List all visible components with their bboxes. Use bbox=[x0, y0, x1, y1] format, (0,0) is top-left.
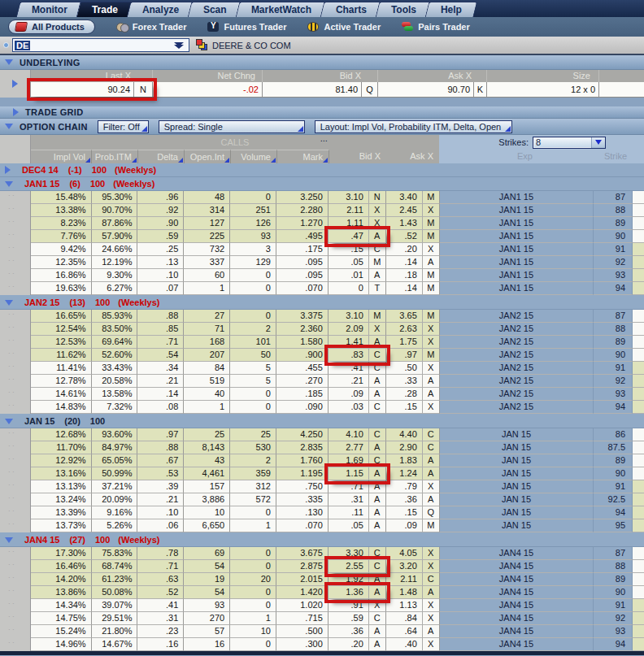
bid-cell-highlighted[interactable]: .47A bbox=[329, 230, 386, 243]
underlying-row-expander[interactable] bbox=[0, 70, 31, 98]
symbol-dropdown-chevron-icon[interactable] bbox=[170, 39, 188, 51]
strikes-dropdown[interactable]: 8 bbox=[533, 137, 606, 149]
futures-trader-button[interactable]: Futures Trader bbox=[207, 22, 286, 32]
expiration-group-jan215[interactable]: JAN2 15(13)100(Weeklys) bbox=[0, 296, 644, 310]
row-drag-handle[interactable] bbox=[0, 493, 31, 506]
tab-tools[interactable]: Tools bbox=[376, 2, 433, 17]
tab-charts[interactable]: Charts bbox=[320, 2, 383, 17]
row-drag-handle[interactable] bbox=[0, 336, 31, 349]
collapse-group-icon[interactable] bbox=[5, 537, 13, 543]
collapse-group-icon[interactable] bbox=[5, 419, 13, 424]
underlying-ask[interactable]: 90.70 bbox=[378, 82, 474, 97]
bid-cell[interactable]: 1.69C bbox=[329, 454, 386, 467]
col-header-mark[interactable]: Mark bbox=[277, 150, 329, 163]
ask-cell[interactable]: 1.48A bbox=[386, 586, 440, 599]
tab-marketwatch[interactable]: MarketWatch bbox=[236, 2, 328, 17]
expand-trade-grid-icon[interactable] bbox=[13, 108, 19, 116]
filter-dropdown-button[interactable]: Filter: Off bbox=[98, 120, 149, 133]
bid-cell-highlighted[interactable]: 1.15A bbox=[329, 467, 386, 480]
bid-cell-highlighted[interactable]: .83C bbox=[329, 349, 386, 362]
bid-cell[interactable]: 3.30C bbox=[329, 547, 386, 560]
ask-cell[interactable]: .33A bbox=[386, 375, 440, 388]
row-drag-handle[interactable] bbox=[0, 428, 31, 441]
bid-cell[interactable]: .31A bbox=[329, 493, 386, 506]
row-drag-handle[interactable] bbox=[0, 480, 31, 493]
row-drag-handle[interactable] bbox=[0, 230, 31, 243]
row-drag-handle[interactable] bbox=[0, 388, 31, 401]
row-drag-handle[interactable] bbox=[0, 362, 31, 375]
ask-cell[interactable]: .97M bbox=[386, 349, 440, 362]
ask-cell[interactable]: .40X bbox=[386, 638, 440, 651]
forex-trader-button[interactable]: Forex Trader bbox=[116, 22, 187, 32]
col-header-volume[interactable]: Volume bbox=[231, 150, 277, 163]
bid-cell[interactable]: .36A bbox=[329, 625, 386, 638]
ask-cell[interactable]: .15Q bbox=[386, 506, 440, 519]
col-header-open-int[interactable]: Open.Int bbox=[185, 150, 231, 163]
collapse-group-icon[interactable] bbox=[5, 300, 13, 306]
ask-cell[interactable]: 1.24A bbox=[386, 467, 440, 480]
spread-dropdown-button[interactable]: Spread: Single bbox=[159, 120, 305, 133]
bid-cell[interactable]: .01A bbox=[329, 269, 386, 282]
ask-cell[interactable]: .52M bbox=[386, 230, 440, 243]
ask-cell[interactable]: .09M bbox=[386, 519, 440, 532]
row-drag-handle[interactable] bbox=[0, 586, 31, 599]
row-drag-handle[interactable] bbox=[0, 217, 31, 230]
row-drag-handle[interactable] bbox=[0, 467, 31, 480]
ask-cell[interactable]: 2.45X bbox=[386, 204, 440, 217]
all-products-button[interactable]: All Products bbox=[8, 20, 95, 34]
bid-cell[interactable]: 2.11X bbox=[329, 204, 386, 217]
tab-trade[interactable]: Trade bbox=[76, 2, 134, 17]
collapse-underlying-icon[interactable] bbox=[5, 59, 13, 65]
layout-dropdown-button[interactable]: Layout: Impl Vol, Probability ITM, Delta… bbox=[315, 120, 512, 133]
bid-cell[interactable]: .11A bbox=[329, 506, 386, 519]
bid-cell[interactable]: 2.77A bbox=[329, 441, 386, 454]
collapse-group-icon[interactable] bbox=[5, 181, 13, 187]
row-drag-handle[interactable] bbox=[0, 599, 31, 612]
row-drag-handle[interactable] bbox=[0, 191, 31, 204]
bid-cell[interactable]: .41C bbox=[329, 362, 386, 375]
row-drag-handle[interactable] bbox=[0, 638, 31, 651]
ask-cell[interactable]: .28A bbox=[386, 388, 440, 401]
bid-cell[interactable]: 1.41A bbox=[329, 336, 386, 349]
row-drag-handle[interactable] bbox=[0, 243, 31, 256]
ask-cell[interactable]: 4.40C bbox=[386, 428, 440, 441]
bid-cell[interactable]: .21A bbox=[329, 375, 386, 388]
ask-cell[interactable]: 1.13X bbox=[386, 599, 440, 612]
ask-cell[interactable]: 2.90C bbox=[386, 441, 440, 454]
collapse-option-chain-icon[interactable] bbox=[5, 124, 13, 129]
underlying-bid[interactable]: 81.40 bbox=[263, 82, 362, 97]
bid-cell[interactable]: 2.09X bbox=[329, 323, 386, 336]
expiration-group-dec414[interactable]: DEC4 14(-1)100(Weeklys) bbox=[0, 163, 644, 177]
row-drag-handle[interactable] bbox=[0, 323, 31, 336]
row-drag-handle[interactable] bbox=[0, 269, 31, 282]
pairs-trader-button[interactable]: Pairs Trader bbox=[402, 22, 470, 32]
row-drag-handle[interactable] bbox=[0, 506, 31, 519]
ask-cell[interactable]: 3.20X bbox=[386, 560, 440, 573]
row-drag-handle[interactable] bbox=[0, 547, 31, 560]
bid-cell-highlighted[interactable]: 2.55C bbox=[329, 560, 386, 573]
ask-cell[interactable]: 1.43M bbox=[386, 217, 440, 230]
bid-cell[interactable]: .71A bbox=[329, 480, 386, 493]
row-drag-handle[interactable] bbox=[0, 519, 31, 532]
ask-cell[interactable]: .64A bbox=[386, 625, 440, 638]
row-drag-handle[interactable] bbox=[0, 349, 31, 362]
ask-cell[interactable]: .18M bbox=[386, 269, 440, 282]
row-drag-handle[interactable] bbox=[0, 310, 31, 323]
bid-cell-highlighted[interactable]: 1.36A bbox=[329, 586, 386, 599]
expiration-group-jan415[interactable]: JAN4 15(27)100(Weeklys) bbox=[0, 533, 644, 547]
bid-cell[interactable]: 1.11X bbox=[329, 217, 386, 230]
ask-cell[interactable]: 3.40M bbox=[386, 191, 440, 204]
ask-cell[interactable]: .36A bbox=[386, 493, 440, 506]
row-drag-handle[interactable] bbox=[0, 560, 31, 573]
ask-cell[interactable]: 2.63X bbox=[386, 323, 440, 336]
tab-monitor[interactable]: Monitor bbox=[16, 2, 84, 17]
row-drag-handle[interactable] bbox=[0, 282, 31, 295]
bid-cell[interactable]: .03C bbox=[329, 401, 386, 414]
row-drag-handle[interactable] bbox=[0, 204, 31, 217]
ask-cell[interactable]: .15X bbox=[386, 401, 440, 414]
tab-help[interactable]: Help bbox=[425, 2, 478, 17]
ask-cell[interactable]: 4.05X bbox=[386, 547, 440, 560]
row-drag-handle[interactable] bbox=[0, 375, 31, 388]
strikes-dropdown-arrow-icon[interactable] bbox=[591, 137, 605, 148]
bid-cell[interactable]: 3.10N bbox=[329, 191, 386, 204]
